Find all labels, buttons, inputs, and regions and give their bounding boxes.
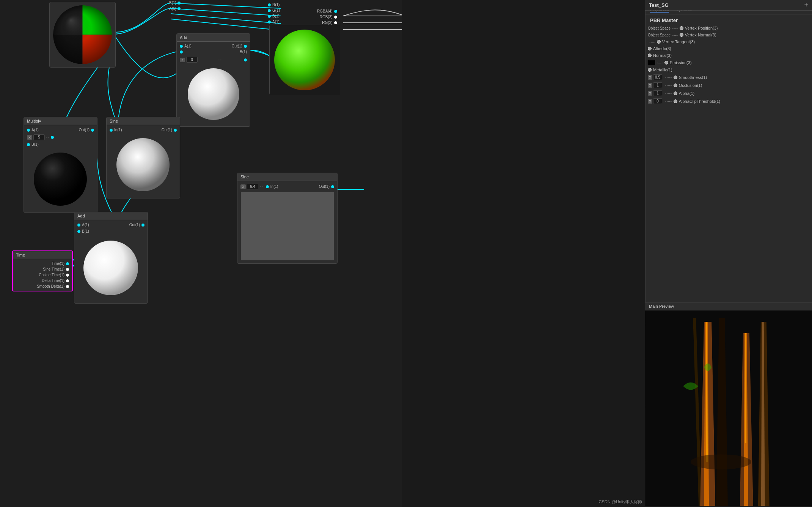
rgb-out: RGB(3) <box>320 15 333 19</box>
pbr-label-alpha: Alpha(1) <box>679 91 695 96</box>
right-panel: Test_SG + Shader Graphs Properties Keywo… <box>645 0 812 507</box>
sine2-sphere-preview <box>241 192 334 260</box>
pbr-row-metallic: Metallic(1) <box>646 66 812 73</box>
pbr-row-vertex-position: Object Space • — • Vertex Position(3) <box>646 25 812 31</box>
svg-rect-7 <box>645 310 812 506</box>
add1-input-b: B(1) <box>240 50 247 54</box>
add-node-1: Add A(1) Out(1) B(1) X 0 • • <box>176 33 250 127</box>
multiply-sphere-preview <box>31 150 90 209</box>
add-node-2: Add A(1) Out(1) B(1) <box>74 212 148 304</box>
svg-rect-5 <box>241 192 334 260</box>
main-preview-svg <box>645 310 812 506</box>
canvas-area[interactable]: B(1) A(1) Add A(1) Out(1) B(1) X 0 <box>0 0 402 507</box>
svg-point-0 <box>188 68 239 120</box>
sine2-title: Sine <box>237 173 337 181</box>
pbr-row-occlusion: X 1 • — • Occlusion(1) <box>646 81 812 89</box>
gs-input-a: A(1) <box>272 20 280 24</box>
svg-point-4 <box>116 138 170 191</box>
pbr-label-vertex-normal: Vertex Normal(3) <box>685 33 716 37</box>
emission-color-swatch[interactable] <box>648 60 655 65</box>
sine-node-2: Sine X 6.4 • • In(1) Out(1) <box>237 173 338 264</box>
sine-node-1: Sine In(1) Out(1) <box>106 117 180 198</box>
sine1-title: Sine <box>107 117 180 125</box>
pbr-label-vertex-tangent: Vertex Tangent(3) <box>662 39 695 44</box>
pbr-row-albedo: Albedo(3) <box>646 45 812 52</box>
pbr-row-emission: • — • Emission(3) <box>646 59 812 66</box>
main-preview-canvas <box>645 310 812 506</box>
shader-graph-title: Test_SG <box>649 2 669 8</box>
top-inputs: B(1) A(1) <box>167 0 183 11</box>
gs-input-b: B(1) <box>272 14 280 18</box>
green-sphere-inputs: R(1) G(1) B(1) A(1) <box>265 2 282 25</box>
pbr-label-emission: Emission(3) <box>670 60 692 65</box>
time-node: Time Time(1) Sine Time(1) Cosine Time(1)… <box>12 250 73 291</box>
sine1-sphere-preview <box>114 135 173 194</box>
svg-point-2 <box>274 30 335 90</box>
pbr-master-title: PBR Master <box>646 14 812 25</box>
add-node-1-title: Add <box>177 34 250 42</box>
pbr-label-smoothness: Smoothness(1) <box>679 75 707 80</box>
svg-point-18 <box>691 454 751 469</box>
pbr-row-alpha: X 1 • — • Alpha(1) <box>646 89 812 97</box>
add2-sphere-preview <box>82 237 140 299</box>
gs-input-g: G(1) <box>272 8 280 13</box>
pbr-label-metallic: Metallic(1) <box>653 68 672 72</box>
rgba-outputs: RGBA(4) RGB(3) RG(2) <box>315 8 339 25</box>
pbr-row-smoothness: X 0.5 • — • Smoothness(1) <box>646 73 812 81</box>
pbr-label-normal: Normal(3) <box>653 53 672 58</box>
pbr-label-occlusion: Occlusion(1) <box>679 83 702 88</box>
green-sphere-svg <box>270 25 340 95</box>
time-title: Time <box>13 251 72 259</box>
gs-input-r: R(1) <box>272 3 280 7</box>
add1-input-a: A(1) <box>184 44 192 48</box>
add1-output: Out(1) <box>232 44 242 48</box>
pbr-label-alphaclip: AlphaClipThreshold(1) <box>679 99 720 104</box>
pbr-row-normal: Normal(3) <box>646 52 812 59</box>
add-button[interactable]: + <box>804 1 808 9</box>
pbr-row-alphaclip: X 0 • — • AlphaClipThreshold(1) <box>646 97 812 105</box>
pbr-label-vertex-position: Vertex Position(3) <box>685 26 718 30</box>
svg-point-3 <box>34 153 87 206</box>
add2-title: Add <box>74 212 148 220</box>
pbr-label-albedo: Albedo(3) <box>653 46 671 51</box>
watermark: CSDN @Unity李大烬师 <box>599 499 642 505</box>
pbr-row-vertex-tangent: • — • Vertex Tangent(3) <box>646 38 812 45</box>
svg-point-6 <box>83 241 138 295</box>
color-wheel-node <box>49 2 116 68</box>
rgba-out: RGBA(4) <box>317 9 333 13</box>
rg-out: RG(2) <box>322 20 332 25</box>
top-header: Test_SG + <box>645 0 812 11</box>
pbr-row-vertex-normal: Object Space • — • Vertex Normal(3) <box>646 31 812 38</box>
multiply-node: Multiply A(1) Out(1) X 5 • • <box>24 117 97 213</box>
main-preview-header: Main Preview <box>645 302 812 310</box>
add1-sphere-preview <box>185 66 242 123</box>
green-sphere-preview-container <box>269 25 339 95</box>
multiply-title: Multiply <box>24 117 97 125</box>
main-preview-panel: Main Preview <box>645 302 812 507</box>
